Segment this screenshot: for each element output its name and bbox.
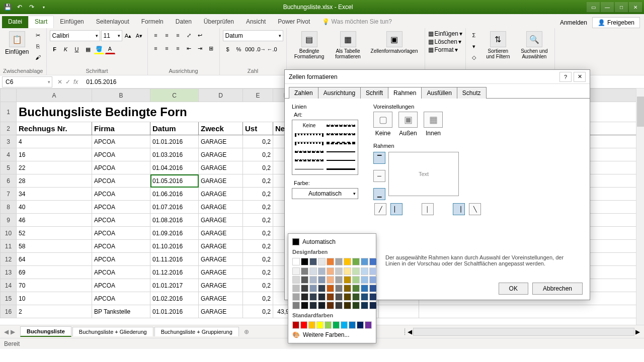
cells-insert-button[interactable]: ▦ Einfügen ▾ [428,30,462,37]
color-swatch[interactable] [361,276,368,284]
cell[interactable]: 01.05.2016 [150,174,199,188]
dec-decimal-icon[interactable]: ←.0 [267,44,277,54]
conditional-format-button[interactable]: ▤Bedingte Formatierung [290,30,329,60]
color-swatch[interactable] [327,285,334,292]
cell[interactable]: 4 [17,135,92,148]
line-style-opt[interactable] [294,140,324,146]
tab-file[interactable]: Datei [2,16,28,28]
tab-insert[interactable]: Einfügen [54,16,90,28]
cell[interactable]: 01.03.2016 [150,148,199,161]
color-swatch[interactable] [335,302,343,309]
color-swatch[interactable] [292,285,300,292]
color-swatch[interactable] [344,285,351,292]
color-swatch[interactable] [361,258,368,265]
cell[interactable]: 0,2 [243,201,273,214]
color-swatch[interactable] [327,276,334,284]
underline-button[interactable]: U [72,44,82,54]
color-swatch[interactable] [361,293,368,301]
row-header[interactable]: 4 [1,148,17,161]
color-swatch[interactable] [335,258,343,265]
row-header[interactable]: 12 [1,253,17,266]
row-header[interactable]: 1 [1,102,17,122]
color-swatch[interactable] [318,267,326,275]
color-swatch[interactable] [327,267,334,275]
color-swatch[interactable] [369,258,377,265]
italic-button[interactable]: K [61,44,71,54]
cell[interactable]: 0,2 [243,305,273,318]
color-swatch[interactable] [301,293,308,301]
cell[interactable]: 0,2 [243,135,273,148]
line-style-opt[interactable] [326,122,356,129]
row-header[interactable]: 15 [1,292,17,305]
orientation-icon[interactable]: ⤢ [184,30,194,40]
cell[interactable]: 58 [17,240,92,253]
color-swatch[interactable] [309,293,317,301]
color-swatch[interactable] [335,293,343,301]
font-size-select[interactable]: 11 [101,30,122,41]
name-box[interactable]: C6 [2,76,52,87]
color-swatch[interactable] [352,293,360,301]
cell[interactable]: 46 [17,214,92,227]
cell[interactable]: APCOA [92,240,150,253]
border-diag-up-button[interactable]: ╱ [374,203,386,215]
more-colors[interactable]: 🎨Weitere Farben... [291,330,373,340]
row-header[interactable]: 9 [1,214,17,227]
row-header[interactable]: 14 [1,279,17,292]
preset-outline[interactable]: ▣Außen [398,112,418,137]
cell[interactable]: APCOA [92,227,150,240]
dlg-tab-rahmen[interactable]: Rahmen [388,87,422,99]
horizontal-scrollbar[interactable] [413,328,634,336]
color-swatch[interactable] [318,285,326,292]
color-swatch[interactable] [309,258,317,265]
cell[interactable]: BP Tankstelle [92,305,150,318]
color-swatch[interactable] [341,321,348,329]
preset-inside[interactable]: ▦Innen [424,112,443,137]
cell[interactable]: GARAGE [199,279,243,292]
cell[interactable]: APCOA [92,279,150,292]
number-format-select[interactable]: Datum [223,30,283,41]
color-swatch[interactable] [327,293,334,301]
format-painter-icon[interactable]: 🖌 [33,52,43,62]
cell[interactable]: APCOA [92,135,150,148]
merge-icon[interactable]: ⊞ [206,43,216,53]
cancel-formula-icon[interactable]: ✕ [57,78,62,85]
cell[interactable]: GARAGE [199,292,243,305]
cell[interactable]: 01.01.2016 [150,135,199,148]
line-style-opt[interactable] [326,157,356,163]
dlg-tab-schutz[interactable]: Schutz [457,87,487,99]
save-icon[interactable]: 💾 [2,2,13,13]
cell[interactable]: 01.06.2016 [150,188,199,201]
color-swatch[interactable] [309,302,317,309]
cell[interactable]: GARAGE [199,161,243,174]
color-swatch[interactable] [316,321,324,329]
align-middle-icon[interactable]: ≡ [162,30,172,40]
color-swatch[interactable] [344,276,351,284]
color-swatch[interactable] [292,267,300,275]
qat-dropdown-icon[interactable]: ▾ [38,2,49,13]
font-color-button[interactable]: A [105,44,115,54]
cell[interactable]: 01.12.2016 [150,266,199,279]
cell[interactable]: 70 [17,279,92,292]
border-top-button[interactable]: ▔ [373,152,385,164]
color-swatch[interactable] [301,302,308,309]
color-swatch[interactable] [344,302,351,309]
cell[interactable]: APCOA [92,174,150,188]
color-swatch[interactable] [309,276,317,284]
fill-color-button[interactable]: 🪣 [94,44,104,54]
cell[interactable]: GARAGE [199,188,243,201]
col-header-d[interactable]: D [199,89,243,102]
tab-view[interactable]: Ansicht [240,16,272,28]
cell[interactable]: GARAGE [199,148,243,161]
color-swatch[interactable] [357,321,364,329]
cell[interactable]: APCOA [92,266,150,279]
cell[interactable]: 01.01.2016 [150,305,199,318]
cell[interactable]: 22 [17,161,92,174]
cell[interactable]: GARAGE [199,305,243,318]
cell[interactable]: 01.09.2016 [150,227,199,240]
row-header[interactable]: 6 [1,174,17,188]
color-swatch[interactable] [335,276,343,284]
row-header[interactable]: 13 [1,266,17,279]
color-swatch[interactable] [301,267,308,275]
color-swatch[interactable] [325,321,332,329]
cell[interactable]: GARAGE [199,253,243,266]
